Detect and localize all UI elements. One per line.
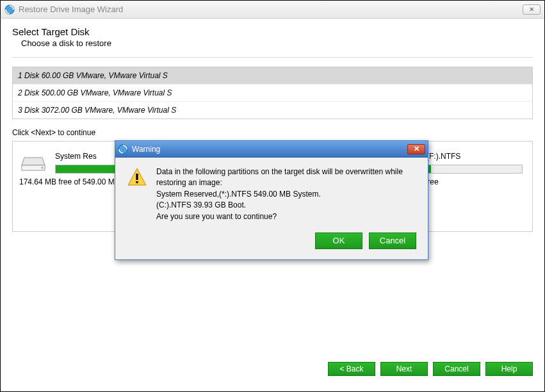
usage-bar — [427, 165, 523, 174]
partition-label: (F:).NTFS — [427, 152, 523, 161]
cancel-button[interactable]: Cancel — [433, 362, 480, 376]
dialog-line: Are you sure you want to continue? — [156, 211, 416, 222]
svg-rect-15 — [136, 181, 138, 183]
svg-rect-14 — [136, 174, 138, 180]
svg-point-5 — [42, 167, 44, 169]
drive-icon — [19, 152, 47, 173]
disk-row[interactable]: 1 Disk 60.00 GB VMware, VMware Virtual S — [13, 67, 532, 85]
disk-row[interactable]: 3 Disk 3072.00 GB VMware, VMware Virtual… — [13, 102, 532, 118]
back-button[interactable]: < Back — [328, 362, 375, 376]
dialog-cancel-button[interactable]: Cancel — [369, 233, 416, 249]
dialog-titlebar: Warning ✕ — [115, 141, 428, 158]
ok-button[interactable]: OK — [315, 233, 362, 249]
svg-point-0 — [5, 5, 14, 14]
dialog-title: Warning — [132, 145, 160, 154]
help-button[interactable]: Help — [485, 362, 533, 376]
next-button[interactable]: Next — [380, 362, 428, 376]
app-icon — [4, 4, 15, 15]
page-heading: Select Target Disk — [12, 26, 533, 37]
window-title: Restore Drive Image Wizard — [19, 4, 123, 14]
dialog-message: Data in the following partitions on the … — [156, 167, 416, 222]
continue-note: Click <Next> to continue — [12, 128, 533, 137]
disk-row[interactable]: 2 Disk 500.00 GB VMware, VMware Virtual … — [13, 85, 532, 102]
svg-marker-3 — [22, 158, 45, 165]
warning-icon — [127, 167, 147, 222]
svg-rect-4 — [22, 165, 45, 170]
dialog-line: Data in the following partitions on the … — [156, 167, 416, 189]
warning-dialog: Warning ✕ Data in the following partitio… — [115, 140, 428, 260]
window-titlebar: Restore Drive Image Wizard ✕ — [1, 1, 544, 19]
wizard-footer: < Back Next Cancel Help — [328, 362, 533, 376]
window-close-button[interactable]: ✕ — [523, 4, 541, 15]
dialog-line: System Reserved,(*:).NTFS 549.00 MB Syst… — [156, 189, 416, 200]
disk-list: 1 Disk 60.00 GB VMware, VMware Virtual S… — [12, 67, 533, 119]
page-subheading: Choose a disk to restore — [21, 38, 533, 48]
divider — [12, 57, 533, 58]
svg-point-12 — [118, 145, 127, 154]
dialog-close-button[interactable]: ✕ — [407, 144, 425, 154]
dialog-line: (C:).NTFS 39.93 GB Boot. — [156, 200, 416, 211]
app-icon — [118, 144, 128, 154]
